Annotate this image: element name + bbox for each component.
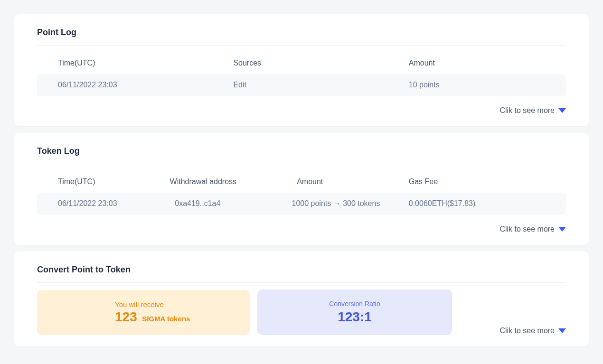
divider	[37, 164, 566, 164]
receive-label: You will receive	[115, 300, 236, 308]
divider	[37, 282, 566, 283]
see-more-row: Clik to see more	[499, 327, 566, 335]
table-header: Time(UTC) Sources Amount	[37, 52, 566, 74]
token-log-title: Token Log	[37, 146, 566, 156]
header-gas: Gas Fee	[409, 177, 545, 186]
see-more-label: Clik to see more	[499, 106, 555, 115]
see-more-button[interactable]: Clik to see more	[499, 225, 566, 233]
point-log-card: Point Log Time(UTC) Sources Amount 06/11…	[14, 14, 589, 126]
ratio-panel: Conversion Ratio 123:1	[257, 289, 452, 335]
see-more-button[interactable]: Clik to see more	[499, 106, 566, 115]
chevron-down-icon	[558, 328, 566, 333]
token-log-table: Time(UTC) Withdrawal address Amount Gas …	[37, 171, 566, 215]
receive-number: 123	[115, 309, 137, 324]
ratio-value: 123:1	[271, 309, 439, 325]
convert-card: Convert Point to Token You will receive …	[14, 252, 589, 346]
cell-amount: 10 points	[409, 81, 545, 89]
point-log-title: Point Log	[37, 28, 566, 37]
point-log-table: Time(UTC) Sources Amount 06/11/2022 23:0…	[37, 52, 566, 96]
see-more-label: Clik to see more	[499, 225, 555, 233]
header-amount: Amount	[409, 59, 545, 67]
receive-unit: SIGMA tokens	[142, 315, 190, 323]
header-address: Withdrawal address	[170, 177, 282, 186]
table-row: 06/11/2022 23:03 0xa419..c1a4 1000 point…	[37, 193, 566, 215]
cell-address: 0xa419..c1a4	[175, 199, 292, 208]
chevron-down-icon	[558, 227, 566, 232]
header-sources: Sources	[233, 59, 408, 67]
header-time: Time(UTC)	[58, 177, 170, 186]
receive-line: 123 SIGMA tokens	[115, 309, 236, 325]
divider	[37, 45, 566, 46]
see-more-button[interactable]: Clik to see more	[499, 327, 566, 335]
see-more-label: Clik to see more	[499, 327, 555, 335]
header-amount: Amount	[282, 177, 409, 186]
ratio-label: Conversion Ratio	[271, 300, 439, 308]
receive-panel: You will receive 123 SIGMA tokens	[37, 290, 250, 335]
convert-title: Convert Point to Token	[37, 265, 566, 275]
chevron-down-icon	[558, 108, 566, 113]
cell-time: 06/11/2022 23:03	[58, 199, 175, 208]
header-time: Time(UTC)	[58, 59, 233, 67]
see-more-row: Clik to see more	[37, 225, 566, 233]
cell-amount: 1000 points → 300 tokens	[292, 199, 409, 208]
cell-time: 06/11/2022 23:03	[58, 81, 233, 89]
convert-row: You will receive 123 SIGMA tokens Conver…	[37, 289, 566, 335]
cell-gas: 0.0060ETH($17.83)	[409, 199, 545, 208]
cell-sources: Edit	[233, 81, 408, 89]
token-log-card: Token Log Time(UTC) Withdrawal address A…	[14, 133, 589, 245]
table-row: 06/11/2022 23:03 Edit 10 points	[37, 74, 566, 96]
table-header: Time(UTC) Withdrawal address Amount Gas …	[37, 171, 566, 193]
see-more-row: Clik to see more	[37, 106, 566, 115]
